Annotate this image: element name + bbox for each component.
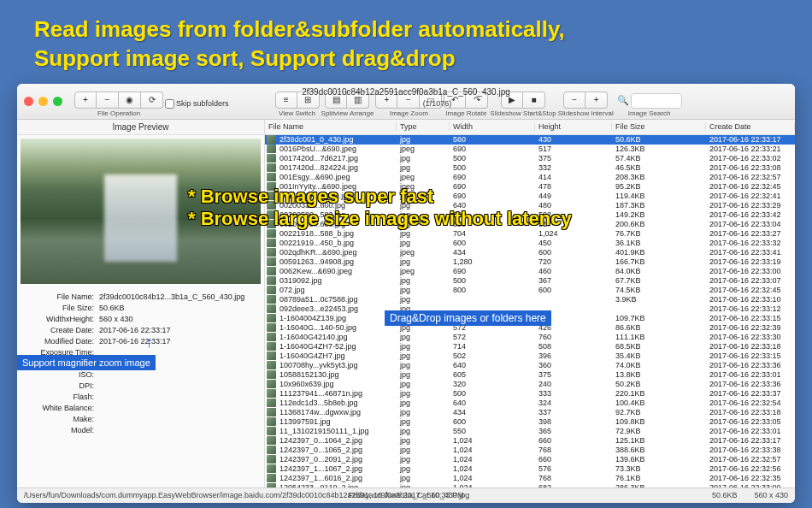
slide-stop-button[interactable]: ■ — [523, 92, 545, 109]
search-input[interactable] — [631, 93, 682, 109]
eye-button[interactable]: ◉ — [119, 92, 141, 109]
zoom-arrow-icon: ↑ — [145, 334, 153, 351]
cell-type: jpg — [398, 163, 451, 172]
table-row[interactable]: 1-16040G4ZH7-52.jpgjpg71450868.5KB2017-0… — [265, 342, 795, 351]
cell-size: 109.7KB — [614, 314, 708, 322]
cell-type: jpg — [398, 295, 451, 304]
table-row[interactable]: 12954233...9110_2.jpgjpg1,024682286.3KB2… — [265, 483, 795, 487]
col-height[interactable]: Height — [535, 122, 612, 131]
table-row[interactable]: 11_1310219150111_1.jpgjpg55036572.9KB201… — [265, 427, 795, 436]
list-view-button[interactable]: ≡ — [275, 92, 297, 109]
table-row[interactable]: 111237941...46871n.jpgjpg500333220.1KB20… — [265, 389, 795, 399]
cell-height: 337 — [537, 408, 614, 416]
skip-subfolders-checkbox[interactable]: Skip subfolders — [165, 99, 229, 109]
col-size[interactable]: File Size — [612, 122, 706, 131]
refresh-button[interactable]: ⟳ — [141, 92, 163, 109]
close-window[interactable] — [24, 97, 33, 106]
cell-width: 605 — [451, 370, 537, 379]
table-row[interactable]: 00221918...588_b.jpgjpg7041,02476.7KB201… — [265, 229, 795, 239]
cell-date: 2017-06-16 22:32:56 — [708, 464, 795, 473]
table-row[interactable]: 113997591.jpgjpg600398109.8KB2017-06-16 … — [265, 417, 795, 427]
table-row[interactable]: 001Esgy...&690.jpegjpeg690414208.3KB2017… — [265, 173, 795, 182]
metadata-row: Model: — [26, 426, 256, 434]
thumb-icon — [267, 417, 276, 426]
table-row[interactable]: 2f39dc001_0_430.jpgjpg56043050.6KB2017-0… — [265, 135, 795, 145]
cell-width: 704 — [451, 229, 537, 238]
table-row[interactable]: 002qdhKR...&690.jpegjpeg434600401.9KB201… — [265, 248, 795, 257]
thumb-icon — [267, 474, 276, 482]
minimize-window[interactable] — [38, 97, 48, 106]
table-row[interactable]: 1242397_1...6016_2.jpgjpg1,02476876.1KB2… — [265, 474, 795, 483]
col-date[interactable]: Create Date — [706, 122, 795, 131]
table-row[interactable]: 11368174w...dgwxw.jpgjpg43433792.7KB2017… — [265, 408, 795, 417]
table-row[interactable]: 1242397_0...1064_2.jpgjpg1,024660125.1KB… — [265, 436, 795, 446]
cell-width: 640 — [451, 399, 537, 407]
window-title: 2f39dc0010c84b12a2591acc9f0a3b1a_C_560_4… — [302, 87, 510, 97]
cell-size: 67.7KB — [614, 276, 708, 285]
remove-button[interactable]: − — [97, 92, 119, 109]
table-row[interactable]: 0016PbsU...&690.jpegjpeg690517126.3KB201… — [265, 145, 795, 154]
meta-key: White Balance: — [26, 404, 99, 412]
table-row[interactable]: 1242397_0...2091_2.jpgjpg1,024660139.6KB… — [265, 455, 795, 464]
cell-width: 500 — [451, 163, 537, 172]
cell-name: 0062Kew...&690.jpeg — [278, 267, 398, 275]
cell-width: 434 — [451, 408, 537, 416]
table-row[interactable]: 0319092.jpgjpg50036767.7KB2017-06-16 22:… — [265, 276, 795, 286]
table-row[interactable]: 08789a51...0c7588.jpgjpg3.9KB2017-06-16 … — [265, 295, 795, 304]
cell-size: 92.7KB — [614, 408, 708, 416]
cell-date: 2017-06-16 22:33:42 — [708, 210, 795, 219]
cell-date: 2017-06-16 22:33:41 — [708, 248, 795, 257]
meta-key: File Name: — [26, 292, 99, 301]
cell-type: jpg — [398, 286, 451, 294]
table-row[interactable]: 1-16040G4ZH7.jpgjpg50239635.4KB2017-06-1… — [265, 351, 795, 361]
cell-date: 2017-06-16 22:33:36 — [708, 380, 795, 388]
table-row[interactable]: 0017420d...824224.jpgjpg50033246.5KB2017… — [265, 163, 795, 173]
interval-group: − + Slideshow Interval — [558, 92, 614, 117]
table-row[interactable]: 100708hy...yvk5yt3.jpgjpg64036074.0KB201… — [265, 361, 795, 370]
cell-height: 660 — [537, 436, 614, 445]
meta-value: 50.6KB — [99, 304, 256, 312]
cell-size: 46.5KB — [614, 163, 708, 172]
table-row[interactable]: 1242397_0...1065_2.jpgjpg1,024768388.6KB… — [265, 446, 795, 455]
meta-key: ISO: — [26, 370, 99, 379]
interval-inc-button[interactable]: + — [585, 92, 608, 109]
table-row[interactable]: 0062Kew...&690.jpegjpeg69046084.0KB2017-… — [265, 267, 795, 276]
table-row[interactable]: 072.jpgjpg80060074.5KB2017-06-16 22:32:4… — [265, 286, 795, 295]
cell-name: 111237941...46871n.jpg — [278, 389, 398, 398]
cell-type: jpg — [398, 135, 451, 144]
col-width[interactable]: Width — [450, 122, 535, 131]
thumb-icon — [267, 239, 276, 247]
table-row[interactable]: 0017420d...7d6217.jpgjpg50037557.4KB2017… — [265, 154, 795, 163]
drag-drop-callout: Drag&Drop images or folders here — [385, 310, 551, 326]
cell-width: 1,024 — [451, 483, 537, 487]
metadata-row: File Size:50.6KB — [26, 304, 256, 312]
cell-size: 125.1KB — [614, 436, 708, 445]
table-row[interactable]: 00221919...450_b.jpgjpg60045036.1KB2017-… — [265, 239, 795, 248]
table-row[interactable]: 1-16040G42140.jpgjpg572760111.1KB2017-06… — [265, 333, 795, 342]
cell-size: 100.4KB — [614, 399, 708, 407]
add-button[interactable]: + — [74, 92, 97, 109]
cell-width: 714 — [451, 342, 537, 351]
table-row[interactable]: 112edc1d3...5b8eb.jpgjpg640324100.4KB201… — [265, 399, 795, 408]
col-filename[interactable]: File Name — [265, 122, 397, 131]
table-row[interactable]: 10588152130.jpgjpg60537513.8KB2017-06-16… — [265, 370, 795, 380]
thumb-icon — [267, 173, 276, 181]
meta-key: Flash: — [26, 393, 99, 401]
zoom-window[interactable] — [53, 97, 62, 106]
cell-size: 50.2KB — [614, 380, 708, 388]
cell-name: 11_1310219150111_1.jpg — [278, 427, 398, 435]
table-row[interactable]: 1242397_1...1067_2.jpgjpg1,02457673.3KB2… — [265, 464, 795, 474]
col-type[interactable]: Type — [397, 122, 450, 131]
cell-type: jpg — [398, 257, 451, 266]
cell-width: 560 — [451, 135, 537, 144]
interval-dec-button[interactable]: − — [563, 92, 585, 109]
cell-width: 1,024 — [451, 436, 537, 445]
table-row[interactable]: 00591263...94908.jpgjpg1,280720166.7KB20… — [265, 257, 795, 267]
cell-width: 690 — [451, 182, 537, 191]
cell-size: 119.4KB — [614, 192, 708, 200]
cell-date: 2017-06-16 22:33:02 — [708, 154, 795, 162]
table-row[interactable]: 10x960x639.jpgjpg32024050.2KB2017-06-16 … — [265, 380, 795, 389]
cell-size: 50.6KB — [614, 135, 708, 144]
cell-height: 460 — [537, 267, 614, 275]
status-size: 50.6KB — [712, 491, 738, 499]
